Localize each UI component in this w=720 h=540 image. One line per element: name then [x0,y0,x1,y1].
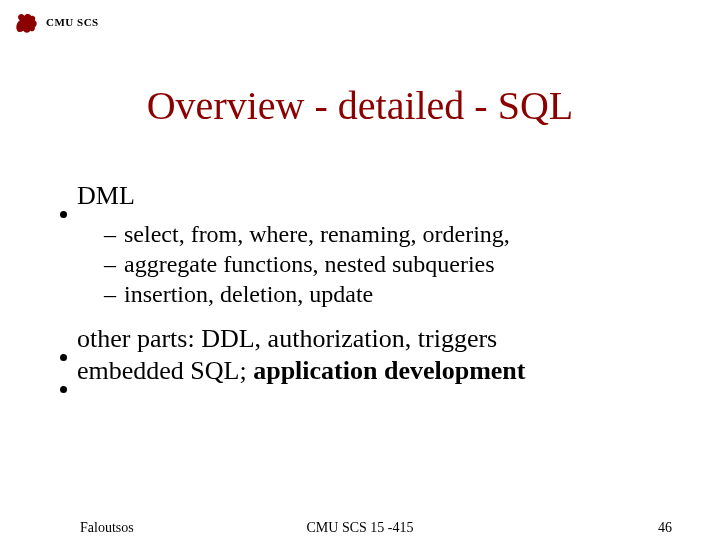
sub-bullet-item: – select, from, where, renaming, orderin… [104,219,680,249]
sub-bullet-text: insertion, deletion, update [124,279,373,309]
slide-body: DML – select, from, where, renaming, ord… [60,180,680,388]
footer-course: CMU SCS 15 -415 [0,520,720,536]
slide-header: CMU SCS [12,8,99,36]
cmu-dragon-icon [12,8,40,36]
sub-bullet-text: aggregate functions, nested subqueries [124,249,495,279]
slide-number: 46 [658,520,672,536]
sub-bullet-text: select, from, where, renaming, ordering, [124,219,510,249]
dash-icon: – [104,279,116,309]
bullet-text-prefix: embedded SQL; [77,356,253,385]
bullet-text-bold: application development [253,356,525,385]
bullet-dot-icon [60,386,67,393]
bullet-text: other parts: DDL, authorization, trigger… [77,323,497,356]
header-label: CMU SCS [46,16,99,28]
bullet-text: DML [77,180,135,213]
bullet-item: DML [60,180,680,213]
bullet-dot-icon [60,354,67,361]
dash-icon: – [104,249,116,279]
bullet-text: embedded SQL; application development [77,355,525,388]
sub-bullet-item: – aggregate functions, nested subqueries [104,249,680,279]
slide-title: Overview - detailed - SQL [0,82,720,129]
sub-bullet-item: – insertion, deletion, update [104,279,680,309]
bullet-item: embedded SQL; application development [60,355,680,388]
bullet-item: other parts: DDL, authorization, trigger… [60,323,680,356]
bullet-dot-icon [60,211,67,218]
dash-icon: – [104,219,116,249]
sub-list: – select, from, where, renaming, orderin… [104,219,680,309]
